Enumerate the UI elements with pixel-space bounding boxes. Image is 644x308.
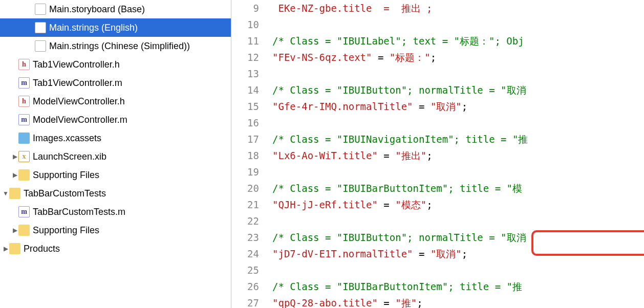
code-token: EKe-NZ-gbe.title = 推出 ; — [272, 3, 433, 14]
disclosure-triangle[interactable]: ▶ — [11, 171, 18, 179]
disclosure-triangle[interactable]: ▼ — [2, 190, 9, 197]
tree-item-main-strings-english-[interactable]: Main.strings (English) — [0, 18, 231, 37]
code-token: = — [378, 150, 395, 161]
code-token: "取消" — [431, 248, 462, 259]
code-line[interactable]: "jD7-dV-E1T.normalTitle" = "取消"; — [272, 246, 644, 262]
code-line[interactable] — [272, 164, 644, 180]
line-number: 9 — [231, 0, 263, 16]
code-line[interactable] — [272, 115, 644, 131]
tree-item-tabbarcustomtests[interactable]: ▼TabBarCustomTests — [0, 184, 231, 203]
tree-item-modelviewcontroller-m[interactable]: mModelViewController.m — [0, 111, 231, 129]
code-token: "推" — [395, 297, 417, 308]
tree-item-launchscreen-xib[interactable]: ▶xLaunchScreen.xib — [0, 147, 231, 166]
code-token: ; — [462, 248, 467, 259]
code-line[interactable]: /* Class = "IBUIBarButtonItem"; title = … — [272, 180, 644, 196]
tree-item-label: TabBarCustomTests.m — [33, 207, 125, 217]
code-token: "Lx6-Ao-WiT.title" — [272, 150, 378, 161]
code-token: /* Class = "IBUIBarButtonItem"; title = … — [272, 183, 522, 194]
tree-item-supporting-files[interactable]: ▶Supporting Files — [0, 166, 231, 184]
code-token: = — [378, 297, 395, 308]
strings-icon — [35, 22, 46, 33]
code-line[interactable]: "qpQ-28-abo.title" = "推"; — [272, 295, 644, 308]
tree-item-label: LaunchScreen.xib — [33, 151, 106, 162]
tree-item-label: Tab1ViewController.h — [33, 59, 120, 70]
tree-item-label: Supporting Files — [33, 170, 99, 181]
code-token: = — [413, 248, 431, 259]
disclosure-triangle[interactable]: ▶ — [11, 153, 18, 160]
tree-item-products[interactable]: ▶Products — [0, 239, 231, 258]
line-number: 11 — [231, 33, 263, 49]
code-content[interactable]: EKe-NZ-gbe.title = 推出 ;/* Class = "IBUIL… — [263, 0, 644, 308]
tree-item-images-xcassets[interactable]: Images.xcassets — [0, 129, 231, 147]
code-token: ; — [462, 101, 467, 112]
line-number: 12 — [231, 49, 263, 65]
folder-icon — [9, 243, 20, 254]
code-line[interactable]: /* Class = "IBUIBarButtonItem"; title = … — [272, 278, 644, 295]
line-number: 20 — [231, 180, 263, 196]
header-icon: h — [18, 59, 30, 70]
code-line[interactable]: "Gfe-4r-IMQ.normalTitle" = "取消"; — [272, 98, 644, 115]
code-line[interactable]: /* Class = "IBUILabel"; text = "标题："; Ob… — [272, 33, 644, 49]
code-token: ; — [426, 150, 432, 161]
tree-item-modelviewcontroller-h[interactable]: hModelViewController.h — [0, 92, 231, 111]
project-navigator[interactable]: Main.storyboard (Base)Main.strings (Engl… — [0, 0, 231, 308]
code-line[interactable]: /* Class = "IBUIButton"; normalTitle = "… — [272, 229, 644, 246]
code-line[interactable] — [272, 213, 644, 229]
xib-icon: x — [18, 151, 30, 162]
code-token: /* Class = "IBUINavigationItem"; title =… — [272, 134, 528, 145]
code-token: "jD7-dV-E1T.normalTitle" — [272, 248, 413, 259]
tree-item-tabbarcustomtests-m[interactable]: mTabBarCustomTests.m — [0, 203, 231, 221]
code-token: ; — [417, 297, 422, 308]
code-token: "取消" — [431, 101, 462, 112]
tree-item-label: Tab1ViewController.m — [33, 78, 122, 89]
code-token: "Gfe-4r-IMQ.normalTitle" — [272, 101, 413, 112]
tree-item-supporting-files[interactable]: ▶Supporting Files — [0, 221, 231, 239]
impl-icon: m — [18, 206, 30, 217]
tree-item-main-strings-chinese-simplified-[interactable]: Main.strings (Chinese (Simplified)) — [0, 37, 231, 55]
code-line[interactable]: "QJH-jJ-eRf.title" = "模态"; — [272, 196, 644, 213]
line-number: 17 — [231, 131, 263, 147]
code-editor[interactable]: 910111213141516171819202122232425262728 … — [231, 0, 644, 308]
storyboard-icon — [35, 4, 46, 15]
code-token: = — [378, 199, 395, 210]
code-line[interactable]: "FEv-NS-6qz.text" = "标题："; — [272, 49, 644, 65]
code-token: "推出" — [395, 150, 426, 161]
code-token: ; — [426, 199, 432, 210]
code-line[interactable]: /* Class = "IBUIButton"; normalTitle = "… — [272, 82, 644, 98]
line-number: 10 — [231, 16, 263, 33]
line-number: 18 — [231, 147, 263, 164]
tree-item-label: Main.strings (English) — [49, 23, 138, 33]
disclosure-triangle[interactable]: ▶ — [11, 227, 18, 234]
folder-icon — [18, 169, 30, 181]
code-line[interactable] — [272, 65, 644, 82]
tree-item-tab1viewcontroller-h[interactable]: hTab1ViewController.h — [0, 55, 231, 74]
tree-item-tab1viewcontroller-m[interactable]: mTab1ViewController.m — [0, 74, 231, 92]
line-number: 26 — [231, 278, 263, 295]
line-number: 25 — [231, 262, 263, 278]
line-number: 13 — [231, 65, 263, 82]
line-number: 27 — [231, 295, 263, 308]
tree-item-label: Main.storyboard (Base) — [49, 4, 145, 15]
tree-item-label: TabBarCustomTests — [24, 188, 106, 199]
code-line[interactable]: "Lx6-Ao-WiT.title" = "推出"; — [272, 147, 644, 164]
tree-item-main-storyboard-base-[interactable]: Main.storyboard (Base) — [0, 0, 231, 18]
code-token: "QJH-jJ-eRf.title" — [272, 199, 378, 210]
tree-item-label: ModelViewController.m — [33, 115, 127, 125]
line-number: 16 — [231, 115, 263, 131]
code-line[interactable]: EKe-NZ-gbe.title = 推出 ; — [272, 0, 644, 16]
code-line[interactable] — [272, 16, 644, 33]
assets-icon — [18, 133, 30, 144]
code-token: "模态" — [395, 199, 426, 210]
line-number: 22 — [231, 213, 263, 229]
code-line[interactable] — [272, 262, 644, 278]
code-token: /* Class = "IBUIButton"; normalTitle = "… — [272, 232, 526, 243]
tree-item-label: Main.strings (Chinese (Simplified)) — [49, 41, 190, 52]
disclosure-triangle[interactable]: ▶ — [2, 245, 9, 252]
code-token: /* Class = "IBUIButton"; normalTitle = "… — [272, 84, 526, 96]
code-token: /* Class = "IBUILabel"; text = "标题："; Ob… — [272, 35, 524, 47]
code-line[interactable]: /* Class = "IBUINavigationItem"; title =… — [272, 131, 644, 147]
line-number: 21 — [231, 196, 263, 213]
impl-icon: m — [18, 77, 30, 89]
code-token: "标题：" — [390, 52, 431, 63]
tree-item-label: Images.xcassets — [33, 133, 101, 144]
